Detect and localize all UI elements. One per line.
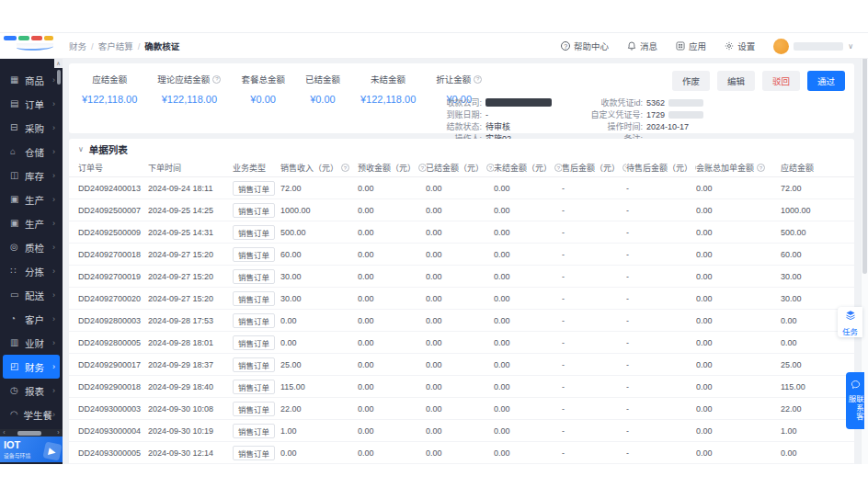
sidebar-hscroll-thumb[interactable] [17,431,41,436]
cell-order-no: DD24092900017 [78,360,148,369]
table-row[interactable]: DD240929000172024-09-29 18:37销售订单25.000.… [69,354,854,376]
user-avatar [773,39,789,54]
collapse-icon[interactable]: ∨ [78,145,84,153]
info-icon[interactable]: ? [341,164,349,172]
sidebar-item-biz-finance[interactable]: ▥业财› [3,331,60,355]
sidebar-item-student-meal[interactable]: ◠学生餐› [3,403,60,426]
chevron-down-icon: ∨ [848,42,853,51]
stat-value: ¥0.00 [241,94,285,105]
approve-button[interactable]: 通过 [807,71,845,91]
sidebar-item-goods[interactable]: ▦商品› [3,68,60,92]
sidebar-item-customers[interactable]: ◔客户› [3,307,60,331]
stat-label: 未结金额 [360,73,416,85]
chevron-right-icon: › [52,195,55,204]
info-label: 到账日期: [423,108,482,120]
sidebar-item-reports[interactable]: ◷报表› [3,379,60,403]
user-menu[interactable]: ∨ [773,39,853,54]
table-row[interactable]: DD240924000132024-09-24 18:11销售订单72.000.… [69,177,854,199]
table-row[interactable]: DD240928000052024-09-28 18:01销售订单0.000.0… [69,332,854,354]
table-row[interactable]: DD240925000072024-09-25 14:25销售订单1000.00… [69,199,854,221]
nav-item-help-center[interactable]: ?帮助中心 [561,40,609,52]
iot-banner[interactable]: IOT 设备与环境 [0,437,63,462]
cell-value: - [626,426,696,436]
cell-order-type: 销售订单 [233,247,280,262]
cell-order-no: DD24093000004 [78,426,148,436]
info-label: 自定义凭证号: [584,108,643,120]
sidebar-scroll-up-button[interactable]: ∧ [54,59,63,68]
reject-button[interactable]: 驳回 [762,71,800,91]
nav-item-settings[interactable]: 设置 [725,40,755,52]
cell-value: - [562,250,626,259]
sidebar-item-label: 生产 [25,217,52,231]
reports-icon: ◷ [10,386,21,395]
sidebar-item-purchase[interactable]: ⊟采购› [3,116,60,140]
table-row[interactable]: DD240930000052024-09-30 12:14销售订单0.000.0… [69,442,854,464]
edit-button[interactable]: 编辑 [717,71,755,91]
sidebar-item-delivery[interactable]: ▭配送› [3,283,60,307]
cell-value: 0.00 [696,184,781,193]
sidebar-item-finance[interactable]: ◰财务› [3,355,60,379]
sidebar-item-warehouse[interactable]: ⌂仓储› [3,140,60,164]
nav-item-label: 应用 [689,40,706,52]
breadcrumb-finance[interactable]: 财务 [69,40,86,52]
cell-order-no: DD24092800003 [78,316,148,325]
chevron-right-icon: › [52,243,55,252]
table-row[interactable]: DD240928000032024-09-28 17:53销售订单0.000.0… [69,310,854,332]
info-icon[interactable]: ? [486,164,494,172]
sidebar-item-label: 商品 [25,74,52,87]
info-icon[interactable]: ? [757,164,765,172]
table-row[interactable]: DD240927000192024-09-27 15:20销售订单30.000.… [69,266,854,288]
sidebar-item-production-2[interactable]: ▣生产› [3,211,60,235]
sidebar-horizontal-scrollbar: ‹ › [0,429,63,437]
sidebar-item-quality[interactable]: ◎质检› [3,235,60,259]
info-icon[interactable]: ? [554,164,562,172]
table-row[interactable]: DD240930000032024-09-30 10:08销售订单22.000.… [69,398,854,420]
table-row[interactable]: DD240930000042024-09-30 10:19销售订单1.000.0… [69,420,854,442]
cell-order-no: DD24092500009 [78,228,148,237]
cell-order-time: 2024-09-25 14:31 [148,228,233,237]
page-scrollbar-thumb[interactable] [862,44,867,274]
table-row[interactable]: DD240929000182024-09-29 18:40销售订单115.000… [69,376,854,398]
cell-order-type: 销售订单 [233,380,280,394]
documents-section-header: ∨ 单据列表 [69,139,854,159]
void-button[interactable]: 作废 [672,71,710,91]
order-type-tag: 销售订单 [233,424,275,438]
table-row[interactable]: DD240927000202024-09-27 15:20销售订单30.000.… [69,288,854,310]
table-row[interactable]: DD240927000182024-09-27 15:20销售订单60.000.… [69,244,854,266]
stat-2: 套餐总金额¥0.00 [237,73,289,105]
sidebar-item-sorting[interactable]: ∷分拣› [3,259,60,283]
breadcrumb-customer-settlement[interactable]: 客户结算 [98,40,133,52]
delivery-icon: ▭ [10,290,21,300]
redacted-value [668,99,703,107]
cell-value: - [626,338,696,347]
task-widget[interactable]: 任务 [838,307,862,337]
sidebar: ∧ ▦商品›▤订单›⊟采购›⌂仓储›◫库存›▣生产›▣生产›◎质检›∷分拣›▭配… [0,59,63,464]
cell-order-time: 2024-09-28 18:01 [148,338,233,347]
column-header-3: 销售收入（元）? [280,162,358,174]
nav-item-messages[interactable]: 消息 [627,40,657,52]
main-content: 应结金额¥122,118.00理论应结金额?¥122,118.00套餐总金额¥0… [63,59,861,464]
cell-value: - [626,404,696,414]
cell-value: 22.00 [280,404,358,414]
sidebar-item-inventory[interactable]: ◫库存› [3,164,60,187]
sidebar-item-production-1[interactable]: ▣生产› [3,187,60,211]
info-icon[interactable]: ? [418,164,426,172]
cell-value: 25.00 [781,360,832,369]
breadcrumb-separator: / [91,41,94,51]
sidebar-hscroll-track[interactable] [8,431,54,436]
warehouse-icon: ⌂ [10,147,21,156]
table-row[interactable]: DD240925000092024-09-25 14:31销售订单500.000… [69,221,854,244]
cell-value: - [626,272,696,281]
sidebar-item-orders[interactable]: ▤订单› [3,92,60,116]
info-icon[interactable]: ? [474,75,482,84]
cell-order-type: 销售订单 [233,269,280,284]
info-icon[interactable]: ? [212,75,221,84]
scroll-left-icon[interactable]: ‹ [0,429,8,437]
nav-item-apps[interactable]: 应用 [676,40,706,52]
gear-icon [725,41,734,51]
scroll-right-icon[interactable]: › [54,429,63,437]
logo-swoosh [17,43,53,51]
stat-value: ¥122,118.00 [82,94,137,105]
info-value: 待审核 [485,120,510,132]
contact-support-tab[interactable]: 联系客服 [846,372,864,429]
